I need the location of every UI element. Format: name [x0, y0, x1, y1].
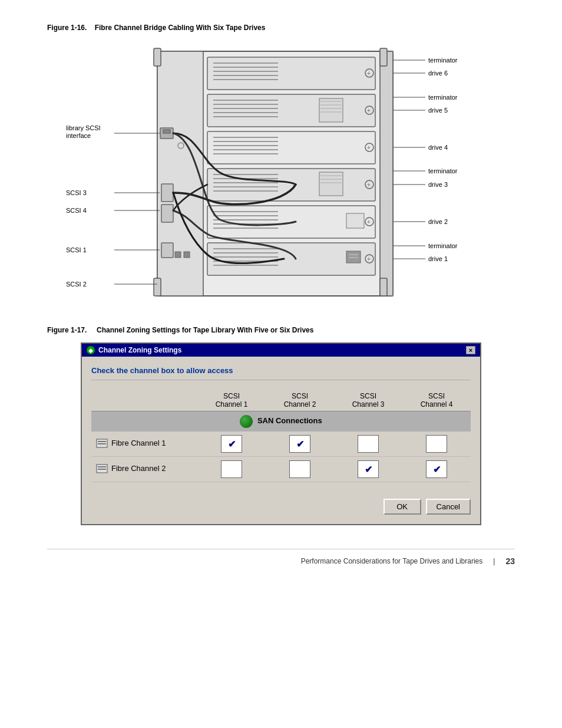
fc2-ch1-cell[interactable] — [197, 457, 266, 482]
svg-rect-2 — [380, 51, 393, 296]
svg-text:drive 1: drive 1 — [428, 255, 448, 262]
svg-text:SCSI 1: SCSI 1 — [66, 246, 87, 253]
svg-rect-71 — [161, 243, 173, 258]
svg-text:interface: interface — [66, 132, 91, 139]
fc2-ch3-cell[interactable] — [334, 457, 402, 482]
dialog-title-text: Channel Zoning Settings — [98, 346, 181, 354]
fc1-ch1-cell[interactable] — [197, 431, 266, 457]
svg-rect-107 — [97, 439, 107, 447]
fc2-ch4-checkmark — [433, 464, 441, 475]
figure-16-number: Figure 1-16. — [47, 24, 87, 32]
col-header-scsi3: SCSIChannel 3 — [334, 390, 402, 411]
svg-text:SCSI 4: SCSI 4 — [66, 207, 87, 214]
dialog-titlebar: ◆ Channel Zoning Settings × — [82, 344, 480, 357]
fc1-ch1-checkbox[interactable] — [221, 435, 242, 453]
page: Figure 1-16. Fibre Channel Bridge Cablin… — [0, 0, 562, 601]
san-icon — [240, 415, 253, 428]
svg-text:drive 3: drive 3 — [428, 181, 448, 188]
dialog-close-button[interactable]: × — [466, 346, 475, 354]
svg-text:+: + — [367, 256, 371, 262]
fc2-ch3-checkbox[interactable] — [358, 460, 379, 478]
svg-text:SCSI 2: SCSI 2 — [66, 281, 87, 288]
svg-rect-1 — [157, 51, 203, 296]
svg-rect-15 — [207, 94, 375, 127]
fc2-label-cell: Fibre Channel 2 — [91, 457, 197, 482]
figure-17-title: Channel Zoning Settings for Tape Library… — [97, 326, 313, 334]
dialog-title-icon: ◆ — [87, 346, 95, 354]
svg-text:+: + — [367, 107, 371, 114]
dialog-footer: OK Cancel — [82, 492, 480, 524]
fc1-label: Fibre Channel 1 — [111, 439, 166, 447]
svg-rect-28 — [207, 131, 375, 164]
svg-rect-7 — [207, 57, 375, 90]
dialog-instruction: Check the channel box to allow access — [91, 366, 471, 380]
svg-text:terminator: terminator — [428, 57, 458, 64]
fc1-ch4-cell[interactable] — [402, 431, 471, 457]
zoning-table: SCSIChannel 1 SCSIChannel 2 SCSIChannel … — [91, 390, 471, 482]
figure-16-title: Fibre Channel Bridge Cabling With Six Ta… — [95, 24, 266, 32]
svg-rect-70 — [161, 205, 173, 222]
svg-rect-37 — [207, 169, 375, 201]
svg-rect-110 — [97, 465, 107, 473]
svg-text:terminator: terminator — [428, 242, 458, 249]
svg-text:SCSI 3: SCSI 3 — [66, 189, 87, 196]
fc2-ch3-checkmark — [365, 464, 372, 475]
fc1-ch2-checkbox[interactable] — [289, 435, 310, 453]
rack-diagram-svg: + + + — [60, 42, 502, 308]
fc2-ch2-cell[interactable] — [266, 457, 334, 482]
fibre-channel-1-row: Fibre Channel 1 — [91, 431, 471, 457]
page-footer: Performance Considerations for Tape Driv… — [47, 549, 515, 566]
fc2-row-icon: Fibre Channel 2 — [96, 464, 166, 473]
fc1-ch2-checkmark — [296, 439, 304, 450]
svg-text:+: + — [367, 182, 371, 188]
svg-rect-75 — [163, 130, 170, 133]
cancel-button[interactable]: Cancel — [426, 499, 471, 515]
svg-text:drive 6: drive 6 — [428, 70, 448, 77]
fc1-icon — [96, 439, 108, 448]
fc1-label-cell: Fibre Channel 1 — [91, 431, 197, 457]
svg-rect-6 — [380, 278, 387, 296]
figure-17-number: Figure 1-17. — [47, 326, 87, 334]
fc1-ch1-checkmark — [228, 439, 236, 450]
fc2-ch1-checkbox[interactable] — [221, 460, 242, 478]
ok-button[interactable]: OK — [384, 499, 421, 515]
fc2-icon — [96, 464, 108, 473]
dialog-body: Check the channel box to allow access SC… — [82, 357, 480, 492]
svg-text:drive 5: drive 5 — [428, 107, 448, 114]
svg-text:+: + — [367, 219, 371, 225]
dialog-titlebar-left: ◆ Channel Zoning Settings — [87, 346, 181, 354]
col-header-empty — [91, 390, 197, 411]
fc1-ch3-checkbox[interactable] — [358, 435, 379, 453]
svg-rect-5 — [154, 278, 161, 296]
figure-17-caption: Figure 1-17. Channel Zoning Settings for… — [47, 326, 515, 334]
col-header-scsi4: SCSIChannel 4 — [402, 390, 471, 411]
svg-rect-73 — [184, 252, 190, 258]
svg-text:drive 4: drive 4 — [428, 144, 448, 151]
channel-zoning-dialog: ◆ Channel Zoning Settings × Check the ch… — [81, 342, 481, 525]
fibre-channel-2-row: Fibre Channel 2 — [91, 457, 471, 482]
fc2-ch4-checkbox[interactable] — [426, 460, 447, 478]
svg-text:drive 2: drive 2 — [428, 218, 448, 225]
fc1-ch3-cell[interactable] — [334, 431, 402, 457]
col-header-scsi1: SCSIChannel 1 — [197, 390, 266, 411]
footer-text: Performance Considerations for Tape Driv… — [301, 557, 483, 565]
fc2-ch2-checkbox[interactable] — [289, 460, 310, 478]
san-connections-cell: SAN Connections — [91, 411, 471, 432]
svg-text:terminator: terminator — [428, 94, 458, 101]
svg-text:+: + — [367, 144, 371, 151]
san-connections-row: SAN Connections — [91, 411, 471, 432]
fc1-ch2-cell[interactable] — [266, 431, 334, 457]
fc1-ch4-checkbox[interactable] — [426, 435, 447, 453]
svg-text:terminator: terminator — [428, 167, 458, 174]
svg-rect-3 — [154, 48, 161, 66]
col-header-scsi2: SCSIChannel 2 — [266, 390, 334, 411]
figure-16-diagram: + + + — [60, 42, 502, 309]
svg-rect-72 — [175, 252, 181, 258]
fc2-ch4-cell[interactable] — [402, 457, 471, 482]
svg-text:library SCSI: library SCSI — [66, 124, 101, 131]
svg-rect-4 — [380, 48, 387, 66]
table-header-row: SCSIChannel 1 SCSIChannel 2 SCSIChannel … — [91, 390, 471, 411]
san-connections-label: SAN Connections — [257, 416, 322, 425]
figure-16-caption: Figure 1-16. Fibre Channel Bridge Cablin… — [47, 24, 515, 32]
footer-separator: | — [493, 557, 495, 565]
